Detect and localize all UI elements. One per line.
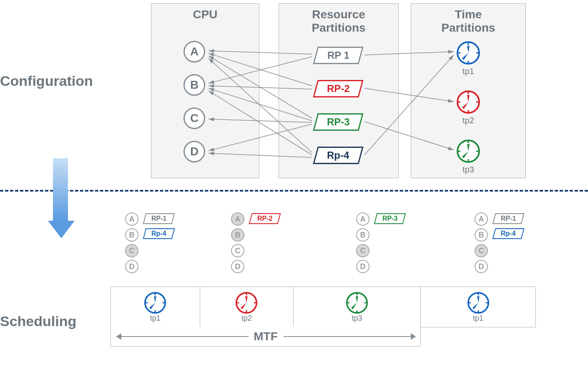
- slot3-cpu-d: D: [356, 260, 369, 273]
- slot3-cpu-b: B: [356, 228, 369, 242]
- sched-cell-3-label: tp3: [352, 314, 362, 323]
- mtf-bracket: MTF: [111, 327, 421, 347]
- rp-1: RP 1: [313, 47, 363, 64]
- sched-cell-3: tp3: [294, 287, 421, 327]
- sched-clock-tp3-icon: [346, 292, 368, 314]
- rp-4-label: Rp-4: [327, 150, 349, 161]
- slot2-rp-2: RP-2: [249, 213, 281, 224]
- tp3-label: tp3: [455, 165, 482, 175]
- sched-cell-4-label: tp1: [473, 314, 483, 323]
- cpu-panel-title: CPU: [151, 8, 259, 21]
- slot2-rp-2-label: RP-2: [257, 215, 272, 222]
- slot1-rp-4: Rp-4: [143, 228, 175, 239]
- sched-cell-1: tp1: [111, 287, 200, 327]
- cpu-node-c: C: [183, 107, 205, 129]
- mtf-label: MTF: [249, 330, 282, 343]
- slot2-cpu-b: B: [231, 228, 244, 242]
- slot3-rp-3-label: RP-3: [382, 215, 397, 222]
- rp-1-label: RP 1: [327, 50, 349, 61]
- slot4-rp-4: Rp-4: [493, 228, 525, 239]
- slot1-cpu-a: A: [125, 212, 138, 226]
- slot4-rp-1-label: RP-1: [501, 215, 516, 222]
- rp-2-label: RP-2: [327, 83, 350, 95]
- slot2-cpu-c: C: [231, 244, 244, 257]
- slot2-cpu-d: D: [231, 260, 244, 273]
- scheduling-label: Scheduling: [0, 313, 76, 329]
- slot1-cpu-d: D: [125, 260, 138, 273]
- scheduling-timeline: tp1 tp2 tp3 tp1: [111, 287, 536, 327]
- tp-panel-title: Time Partitions: [411, 8, 525, 35]
- slot4-cpu-b: B: [475, 228, 488, 242]
- rp-2: RP-2: [313, 80, 363, 97]
- slot1-rp-1-label: RP-1: [151, 215, 166, 222]
- slot4-rp-4-label: Rp-4: [501, 230, 516, 237]
- tp2-clock-icon: [456, 90, 480, 114]
- slot3-rp-3: RP-3: [374, 213, 406, 224]
- slot3-cpu-c: C: [356, 244, 369, 257]
- tp3-clock-icon: [456, 139, 480, 163]
- slot2-cpu-a: A: [231, 212, 244, 226]
- slot4-rp-1: RP-1: [493, 213, 525, 224]
- slot1-rp-4-label: Rp-4: [151, 230, 166, 237]
- rp-4: Rp-4: [313, 147, 363, 164]
- slot1-rp-1: RP-1: [143, 213, 175, 224]
- slot4-cpu-c: C: [475, 244, 488, 257]
- configuration-label: Configuration: [0, 73, 93, 89]
- sched-clock-tp2-icon: [235, 292, 258, 314]
- sched-cell-2: tp2: [200, 287, 294, 327]
- sched-cell-2-label: tp2: [241, 314, 252, 323]
- tp2-label: tp2: [455, 116, 482, 125]
- cpu-node-d: D: [183, 141, 205, 162]
- svg-marker-65: [117, 334, 121, 339]
- slot4-cpu-d: D: [475, 260, 488, 273]
- sched-cell-4: tp1: [421, 287, 535, 327]
- flow-arrow-icon: [48, 158, 73, 242]
- rp-3-label: RP-3: [327, 116, 350, 128]
- section-divider: [0, 190, 588, 192]
- sched-cell-1-label: tp1: [150, 314, 161, 323]
- cpu-node-b: B: [183, 74, 205, 96]
- rp-panel-title: Resource Partitions: [279, 8, 398, 35]
- rp-3: RP-3: [313, 113, 363, 131]
- slot4-cpu-a: A: [475, 212, 488, 226]
- tp1-label: tp1: [455, 67, 482, 76]
- sched-clock-tp1-icon: [144, 292, 166, 314]
- sched-clock-tp1b-icon: [467, 292, 490, 314]
- slot1-cpu-c: C: [125, 244, 138, 257]
- slot3-cpu-a: A: [356, 212, 369, 226]
- slot1-cpu-b: B: [125, 228, 138, 242]
- tp1-clock-icon: [456, 41, 480, 65]
- cpu-node-a: A: [183, 41, 205, 62]
- cpu-panel: CPU: [151, 3, 259, 178]
- svg-marker-67: [411, 334, 415, 339]
